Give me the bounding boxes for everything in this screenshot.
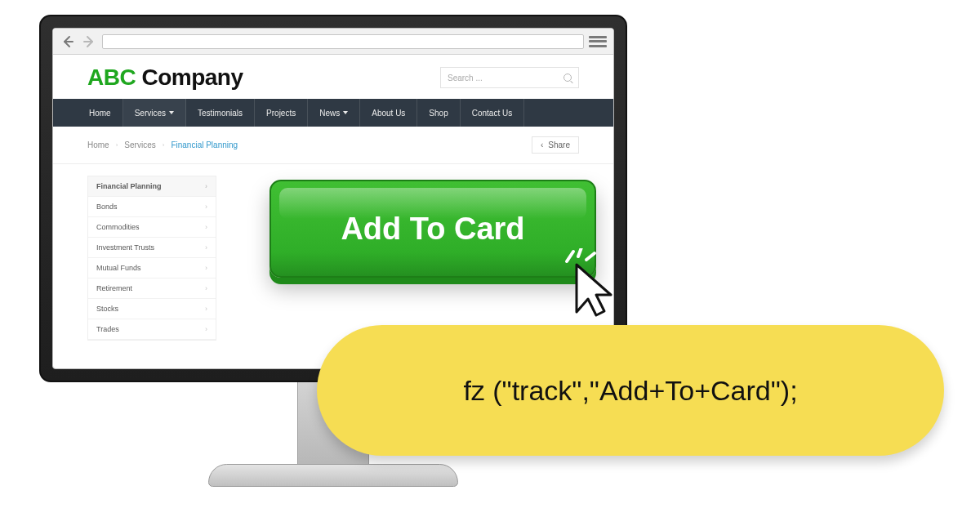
address-bar[interactable] — [102, 34, 584, 49]
add-to-card-button[interactable]: Add To Card — [270, 180, 596, 278]
chevron-right-icon: › — [205, 284, 207, 292]
sidebar: Financial Planning › Bonds › Commodities… — [87, 176, 216, 341]
browser-bar — [53, 29, 613, 55]
sidebar-item-stocks[interactable]: Stocks › — [88, 299, 216, 319]
cta-label: Add To Card — [341, 212, 524, 247]
share-button[interactable]: ‹ Share — [532, 136, 579, 154]
sidebar-item-label: Trades — [96, 325, 119, 333]
nav-news[interactable]: News — [308, 99, 360, 127]
sidebar-item-label: Stocks — [96, 305, 118, 313]
nav-label: Projects — [266, 109, 296, 118]
nav-label: About Us — [372, 109, 405, 118]
sidebar-item-mutual-funds[interactable]: Mutual Funds › — [88, 258, 216, 279]
nav-contact[interactable]: Contact Us — [461, 99, 524, 127]
sidebar-item-commodities[interactable]: Commodities › — [88, 217, 216, 238]
chevron-right-icon: › — [116, 141, 118, 149]
sidebar-item-label: Mutual Funds — [96, 264, 141, 272]
breadcrumb: Home › Services › Financial Planning — [87, 140, 238, 149]
forward-button[interactable] — [81, 33, 97, 50]
chevron-down-icon — [343, 111, 348, 114]
nav-label: Home — [89, 109, 111, 118]
chevron-right-icon: › — [205, 325, 207, 333]
search-icon — [564, 74, 572, 82]
sidebar-item-label: Financial Planning — [96, 182, 162, 190]
crumb-services[interactable]: Services — [124, 140, 155, 149]
crumb-home[interactable]: Home — [87, 140, 109, 149]
sidebar-item-retirement[interactable]: Retirement › — [88, 279, 216, 299]
nav-home[interactable]: Home — [78, 99, 123, 127]
sidebar-item-bonds[interactable]: Bonds › — [88, 197, 216, 217]
monitor-stand-base — [208, 464, 458, 487]
nav-services[interactable]: Services — [123, 99, 186, 127]
chevron-right-icon: › — [205, 223, 207, 231]
back-button[interactable] — [60, 33, 76, 50]
nav-label: Contact Us — [472, 109, 512, 118]
chevron-down-icon — [169, 111, 174, 114]
nav-testimonials[interactable]: Testimonials — [186, 99, 255, 127]
breadcrumb-row: Home › Services › Financial Planning ‹ S… — [53, 127, 613, 164]
logo[interactable]: ABC Company — [87, 65, 243, 91]
nav-about[interactable]: About Us — [360, 99, 417, 127]
sidebar-item-investment-trusts[interactable]: Investment Trusts › — [88, 238, 216, 258]
sidebar-item-label: Commodities — [96, 223, 140, 231]
logo-rest: Company — [136, 65, 243, 90]
sidebar-item-label: Retirement — [96, 284, 132, 292]
chevron-right-icon: › — [205, 305, 207, 313]
arrow-right-icon — [82, 35, 96, 48]
sidebar-item-trades[interactable]: Trades › — [88, 319, 216, 340]
sidebar-item-label: Investment Trusts — [96, 243, 154, 252]
chevron-right-icon: › — [163, 141, 165, 149]
code-bubble: fz ("track","Add+To+Card"); — [317, 325, 944, 456]
sidebar-item-financial-planning[interactable]: Financial Planning › — [88, 176, 216, 197]
nav-label: Shop — [429, 109, 448, 118]
search-placeholder: Search ... — [448, 74, 564, 82]
sidebar-item-label: Bonds — [96, 203, 118, 211]
chevron-right-icon: › — [205, 243, 207, 252]
nav-label: News — [319, 109, 340, 118]
chevron-right-icon: › — [205, 264, 207, 272]
chevron-right-icon: › — [205, 182, 207, 190]
code-text: fz ("track","Add+To+Card"); — [463, 375, 797, 407]
arrow-left-icon — [61, 35, 74, 48]
main-nav: Home Services Testimonials Projects News — [53, 99, 613, 127]
nav-projects[interactable]: Projects — [255, 99, 308, 127]
chevron-right-icon: › — [205, 203, 207, 211]
share-icon: ‹ — [541, 140, 543, 149]
nav-label: Services — [135, 109, 166, 118]
menu-button[interactable] — [589, 34, 607, 49]
nav-shop[interactable]: Shop — [417, 99, 460, 127]
share-label: Share — [548, 140, 570, 149]
site-header: ABC Company Search ... — [53, 55, 613, 99]
crumb-current: Financial Planning — [171, 140, 238, 149]
nav-label: Testimonials — [198, 109, 243, 118]
hamburger-icon — [589, 36, 607, 38]
logo-abc: ABC — [87, 65, 136, 90]
search-input[interactable]: Search ... — [440, 67, 579, 88]
